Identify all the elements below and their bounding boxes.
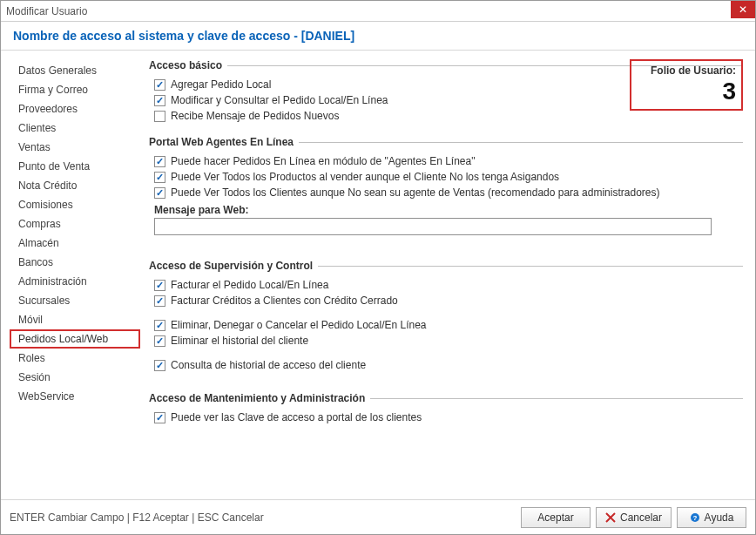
window-title: Modificar Usuario bbox=[6, 5, 87, 17]
checkbox-row: Eliminar el historial del cliente bbox=[149, 333, 743, 349]
help-icon: ? bbox=[690, 512, 700, 523]
checkbox-label: Puede Ver Todos los Clientes aunque No s… bbox=[171, 186, 659, 200]
checkbox-row: Puede Ver Todos los Clientes aunque No s… bbox=[149, 185, 743, 200]
checkbox-label: Facturar Créditos a Clientes con Crédito… bbox=[171, 294, 398, 308]
svg-text:?: ? bbox=[692, 514, 697, 522]
checkbox[interactable] bbox=[154, 295, 165, 307]
checkbox-row: Puede ver las Clave de acceso a portal d… bbox=[149, 410, 743, 425]
close-button[interactable]: ✕ bbox=[731, 1, 755, 18]
content: Folio de Usuario: 3 Acceso básico Agrega… bbox=[140, 59, 743, 499]
page-title: Nombre de acceso al sistema y clave de a… bbox=[13, 29, 354, 43]
sidebar: Datos GeneralesFirma y CorreoProveedores… bbox=[10, 59, 140, 499]
checkbox-label: Puede hacer Pedidos En Línea en módulo d… bbox=[171, 154, 475, 168]
group-title-mant: Acceso de Mantenimiento y Administración bbox=[149, 392, 365, 404]
sidebar-item-webservice[interactable]: WebService bbox=[10, 387, 140, 406]
checkbox-label: Facturar el Pedido Local/En Línea bbox=[171, 278, 328, 292]
folio-value: 3 bbox=[637, 77, 736, 105]
checkbox-row: Facturar el Pedido Local/En Línea bbox=[149, 277, 743, 293]
checkbox-label: Consulta de historial de acceso del clie… bbox=[171, 358, 366, 372]
mensaje-web-input[interactable] bbox=[154, 218, 712, 235]
checkbox-label: Eliminar el historial del cliente bbox=[171, 334, 308, 348]
sidebar-item-pedidos-local-web[interactable]: Pedidos Local/Web bbox=[10, 329, 140, 349]
checkbox[interactable] bbox=[154, 412, 165, 423]
mensaje-web-label: Mensaje para Web: bbox=[149, 200, 743, 218]
accept-button[interactable]: Aceptar bbox=[521, 507, 591, 528]
group-portal-web: Portal Web Agentes En Línea Puede hacer … bbox=[149, 136, 743, 235]
sidebar-item-comisiones[interactable]: Comisiones bbox=[10, 195, 140, 214]
folio-de-usuario-box: Folio de Usuario: 3 bbox=[630, 59, 743, 111]
sidebar-item-m-vil[interactable]: Móvil bbox=[10, 310, 140, 329]
sidebar-item-compras[interactable]: Compras bbox=[10, 214, 140, 234]
checkbox[interactable] bbox=[154, 95, 165, 106]
footer-hint: ENTER Cambiar Campo | F12 Aceptar | ESC … bbox=[10, 511, 521, 524]
checkbox[interactable] bbox=[154, 360, 165, 371]
close-icon: ✕ bbox=[739, 3, 747, 16]
checkbox-row: Eliminar, Denegar o Cancelar el Pedido L… bbox=[149, 317, 743, 333]
group-title-supervision: Acceso de Supervisión y Control bbox=[149, 260, 313, 272]
sidebar-item-administraci-n[interactable]: Administración bbox=[10, 272, 140, 291]
sidebar-item-almac-n[interactable]: Almacén bbox=[10, 234, 140, 253]
footer-bar: ENTER Cambiar Campo | F12 Aceptar | ESC … bbox=[1, 499, 755, 534]
sidebar-item-datos-generales[interactable]: Datos Generales bbox=[10, 61, 140, 80]
checkbox-label: Puede Ver Todos los Productos al vender … bbox=[171, 170, 559, 184]
sidebar-item-bancos[interactable]: Bancos bbox=[10, 253, 140, 272]
checkbox[interactable] bbox=[154, 79, 165, 91]
group-title-basico: Acceso básico bbox=[149, 59, 222, 71]
checkbox-label: Eliminar, Denegar o Cancelar el Pedido L… bbox=[171, 318, 427, 332]
main-area: Datos GeneralesFirma y CorreoProveedores… bbox=[1, 51, 755, 499]
cancel-button[interactable]: Cancelar bbox=[596, 507, 672, 528]
group-mantenimiento: Acceso de Mantenimiento y Administración… bbox=[149, 392, 743, 425]
sidebar-item-ventas[interactable]: Ventas bbox=[10, 138, 140, 157]
sidebar-item-punto-de-venta[interactable]: Punto de Venta bbox=[10, 157, 140, 176]
checkbox-label: Modificar y Consultar el Pedido Local/En… bbox=[171, 93, 388, 107]
sidebar-item-clientes[interactable]: Clientes bbox=[10, 119, 140, 138]
group-title-portal: Portal Web Agentes En Línea bbox=[149, 136, 294, 148]
checkbox[interactable] bbox=[154, 280, 165, 291]
checkbox[interactable] bbox=[154, 156, 165, 167]
checkbox-row: Puede Ver Todos los Productos al vender … bbox=[149, 169, 743, 185]
help-button[interactable]: ? Ayuda bbox=[677, 507, 746, 528]
sidebar-item-nota-cr-dito[interactable]: Nota Crédito bbox=[10, 176, 140, 195]
checkbox-row: Puede hacer Pedidos En Línea en módulo d… bbox=[149, 153, 743, 169]
checkbox-label: Agregar Pedido Local bbox=[171, 78, 271, 91]
checkbox-row: Consulta de historial de acceso del clie… bbox=[149, 357, 743, 373]
folio-label: Folio de Usuario: bbox=[637, 64, 736, 77]
group-supervision: Acceso de Supervisión y Control Facturar… bbox=[149, 260, 743, 373]
cancel-icon bbox=[605, 512, 616, 523]
checkbox-label: Recibe Mensaje de Pedidos Nuevos bbox=[171, 109, 339, 123]
checkbox[interactable] bbox=[154, 172, 165, 183]
sidebar-item-sucursales[interactable]: Sucursales bbox=[10, 291, 140, 310]
checkbox[interactable] bbox=[154, 335, 165, 347]
sidebar-item-firma-y-correo[interactable]: Firma y Correo bbox=[10, 80, 140, 99]
checkbox-row: Facturar Créditos a Clientes con Crédito… bbox=[149, 293, 743, 308]
checkbox[interactable] bbox=[154, 111, 165, 122]
checkbox[interactable] bbox=[154, 187, 165, 199]
checkbox[interactable] bbox=[154, 320, 165, 331]
sidebar-item-sesi-n[interactable]: Sesión bbox=[10, 368, 140, 387]
sidebar-item-roles[interactable]: Roles bbox=[10, 349, 140, 368]
page-header: Nombre de acceso al sistema y clave de a… bbox=[1, 22, 755, 51]
sidebar-item-proveedores[interactable]: Proveedores bbox=[10, 99, 140, 119]
titlebar: Modificar Usuario ✕ bbox=[1, 1, 755, 22]
checkbox-label: Puede ver las Clave de acceso a portal d… bbox=[171, 410, 422, 424]
